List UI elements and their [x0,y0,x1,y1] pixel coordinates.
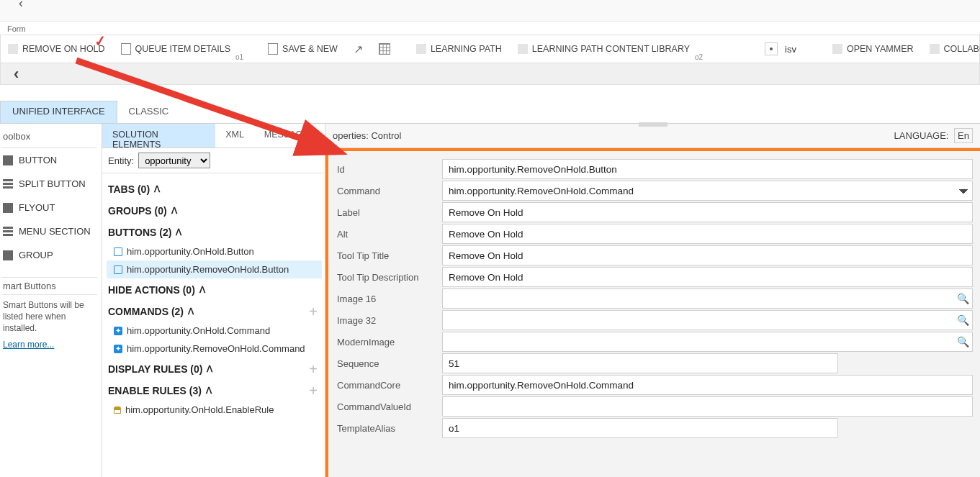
chevron-up-icon: ᐱ [206,386,212,396]
add-icon[interactable]: + [309,361,318,378]
prop-input-id[interactable] [442,159,973,179]
entity-label: Entity: [108,155,134,166]
tab-xml[interactable]: XML [215,124,254,147]
tree-section-display-rules[interactable]: DISPLAY RULES (0)ᐱ + [107,358,322,379]
tree-section-commands[interactable]: COMMANDS (2)ᐱ + [107,300,322,322]
placeholder-icon [832,44,842,54]
ribbon-bar: ✓ REMOVE ON HOLD QUEUE ITEM DETAILS o1 S… [0,35,980,63]
tree-item-command-onhold[interactable]: ✦ him.opportunity.OnHold.Command [107,322,322,340]
toolbox-item-group[interactable]: GROUP [1,243,97,267]
tab-classic[interactable]: CLASSIC [117,101,181,123]
prop-label-alt: Alt [336,229,442,240]
lookup-search-icon[interactable]: 🔍 [954,289,973,309]
tree-item-command-removeonhold[interactable]: ✦ him.opportunity.RemoveOnHold.Command [107,340,322,358]
tree-section-buttons[interactable]: BUTTONS (2)ᐱ [107,221,322,242]
toolbox-item-split-button[interactable]: SPLIT BUTTON [1,172,97,196]
form-label: Form [0,22,980,35]
toolbox-item-label: FLYOUT [19,202,55,213]
placeholder-icon [416,44,426,54]
ribbon-sublabel: isv [785,44,796,55]
ribbon-open-yammer[interactable]: OPEN YAMMER [830,35,917,63]
ribbon-label: LEARNING PATH [431,44,502,54]
chevron-up-icon: ᐱ [188,306,194,317]
prop-label-sequence: Sequence [336,358,442,369]
ribbon-label: QUEUE ITEM DETAILS [135,44,230,54]
placeholder-icon[interactable] [724,42,737,55]
placeholder-icon [8,44,18,54]
tree-section-tabs[interactable]: TABS (0)ᐱ [107,178,322,199]
document-icon [121,43,131,55]
prop-input-modernimg[interactable] [442,332,961,352]
smart-buttons-title: mart Buttons [1,277,97,295]
prop-input-ttdesc[interactable] [442,267,973,287]
add-icon[interactable]: + [309,304,318,320]
toolbox-item-label: GROUP [19,250,53,260]
placeholder-dot-icon[interactable] [765,42,778,55]
ribbon-grid-icon[interactable] [376,35,393,63]
tree-item-button-onhold[interactable]: him.opportunity.OnHold.Button [107,242,322,260]
entity-row: Entity: opportunity [102,148,325,173]
add-icon[interactable]: + [309,383,318,399]
ribbon-label: REMOVE ON HOLD [22,44,105,54]
tree-body: TABS (0)ᐱ GROUPS (0)ᐱ BUTTONS (2)ᐱ him.o… [102,173,325,477]
chevron-up-icon: ᐱ [154,184,160,194]
prop-input-templatealias[interactable] [442,418,838,438]
prop-input-commandvalueid[interactable] [442,396,973,417]
tree-tabs: SOLUTION ELEMENTS XML MESSAGES [102,124,325,148]
language-value[interactable]: En [954,128,973,143]
ribbon-label: SAVE & NEW [282,44,338,54]
ribbon-share-icon[interactable]: ↗ [351,35,366,63]
properties-body: Id Command him.opportunity.RemoveOnHold.… [325,148,980,477]
tree-section-hide-actions[interactable]: HIDE ACTIONS (0)ᐱ [107,278,322,300]
prop-input-alt[interactable] [442,224,973,244]
ribbon-collaborate[interactable]: COLLABORATE o1 [927,35,980,63]
prop-input-tttitle[interactable] [442,245,973,265]
placeholder-icon[interactable] [745,42,758,55]
prop-label-modernimg: ModernImage [336,337,442,347]
lookup-search-icon[interactable]: 🔍 [954,310,973,330]
tab-messages[interactable]: MESSAGES [254,124,325,147]
prop-label-img16: Image 16 [336,294,442,304]
ribbon-queue-item-details[interactable]: QUEUE ITEM DETAILS o1 [118,35,245,63]
tab-unified-interface[interactable]: UNIFIED INTERFACE [0,101,117,123]
drag-handle-icon[interactable] [639,122,667,127]
prop-input-img32[interactable] [442,310,961,330]
toolbox-item-menu-section[interactable]: MENU SECTION [1,219,97,243]
prop-input-label[interactable] [442,202,973,222]
tab-solution-elements[interactable]: SOLUTION ELEMENTS [102,124,215,147]
ribbon-remove-on-hold[interactable]: REMOVE ON HOLD [5,35,108,63]
group-icon [3,250,13,260]
ribbon-learning-path-content-library[interactable]: LEARNING PATH CONTENT LIBRARY o2 [515,35,704,63]
back-chevron-icon[interactable]: ‹ [14,65,19,83]
lock-icon [114,406,121,414]
ribbon-label: OPEN YAMMER [847,44,914,54]
grid-icon [379,43,390,55]
prop-select-command[interactable]: him.opportunity.RemoveOnHold.Command [442,181,973,201]
tree-item-enable-rule-onhold[interactable]: him.opportunity.OnHold.EnableRule [107,401,322,419]
smart-buttons-description: Smart Buttons will be listed here when i… [1,295,97,339]
tree-item-button-removeonhold[interactable]: him.opportunity.RemoveOnHold.Button [107,260,322,278]
toolbox-item-button[interactable]: BUTTON [1,148,97,172]
button-square-icon [114,247,122,256]
toolbox-panel: oolbox BUTTON SPLIT BUTTON FLYOUT MENU S… [0,124,102,477]
learn-more-link[interactable]: Learn more... [1,340,54,350]
interface-tabs: UNIFIED INTERFACE CLASSIC [0,101,980,124]
properties-panel: operties: Control LANGUAGE: En Id Comman… [325,124,980,477]
toolbox-item-flyout[interactable]: FLYOUT [1,196,97,219]
prop-input-commandcore[interactable] [442,375,973,395]
placeholder-icon [518,44,528,54]
ribbon-save-and-new[interactable]: SAVE & NEW [265,35,341,63]
prop-label-label: Label [336,207,442,218]
entity-select[interactable]: opportunity [138,153,210,168]
lookup-search-icon[interactable]: 🔍 [954,332,973,352]
prop-input-img16[interactable] [442,289,961,309]
toolbox-item-label: BUTTON [19,155,57,165]
ribbon-label: COLLABORATE [944,44,980,54]
tree-section-enable-rules[interactable]: ENABLE RULES (3)ᐱ + [107,379,322,401]
command-icon: ✦ [114,327,122,335]
button-square-icon [114,265,122,274]
tree-section-groups[interactable]: GROUPS (0)ᐱ [107,199,322,221]
ribbon-learning-path[interactable]: LEARNING PATH [413,35,505,63]
prop-input-sequence[interactable] [442,353,838,373]
command-icon: ✦ [114,345,122,353]
